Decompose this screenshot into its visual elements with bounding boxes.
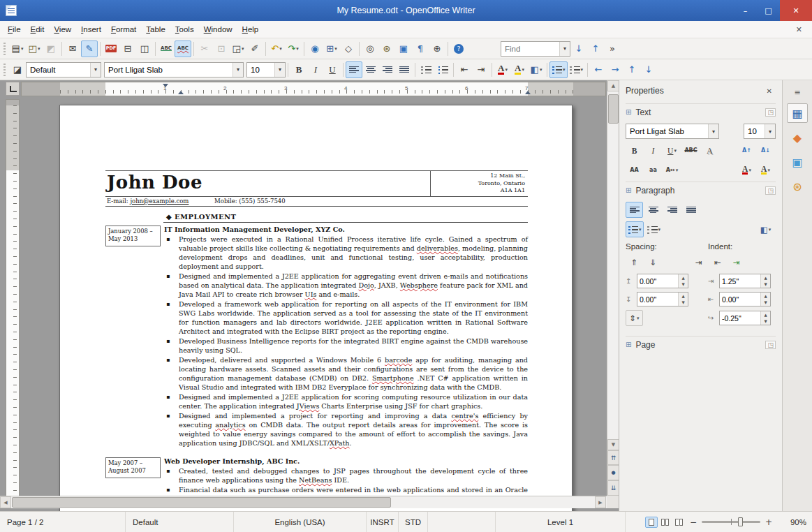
close-document-button[interactable]: ✕ (789, 24, 809, 36)
maximize-button[interactable]: □ (757, 0, 780, 21)
move-down-button[interactable]: ↓ (640, 61, 657, 78)
view-book-button[interactable] (673, 517, 686, 528)
sidebar-close-button[interactable]: ✕ (763, 86, 776, 96)
toolbar-grip[interactable] (3, 43, 6, 55)
sidebar-align-right-button[interactable] (663, 202, 681, 218)
dialog-launcher-icon[interactable]: ◳ (765, 341, 776, 349)
section-expander-icon[interactable]: ⊞ (626, 108, 631, 116)
align-left-button[interactable] (346, 61, 362, 78)
spin-up-icon[interactable]: ▲ (679, 293, 688, 300)
section-expander-icon[interactable]: ⊞ (626, 341, 631, 348)
view-multi-page-button[interactable] (659, 517, 672, 528)
cut-button[interactable]: ✂ (196, 40, 213, 57)
tab-properties[interactable]: ▦ (787, 103, 808, 123)
menu-view[interactable]: View (49, 22, 76, 36)
open-button[interactable]: ◰▾ (26, 40, 43, 57)
navigation-dot-button[interactable]: ● (607, 465, 619, 480)
tab-stop-selector[interactable] (6, 82, 20, 96)
sidebar-highlighting-button[interactable]: A▾ (757, 162, 774, 178)
above-spacing-input[interactable] (637, 274, 678, 288)
italic-button[interactable]: I (307, 61, 324, 78)
left-indent-marker[interactable] (178, 91, 184, 94)
save-button[interactable]: ◩ (43, 40, 59, 57)
align-center-button[interactable] (362, 61, 379, 78)
font-color-button[interactable]: A▾ (494, 61, 511, 78)
lowercase-button[interactable]: aa (644, 162, 662, 178)
first-line-indent-input[interactable] (720, 311, 760, 325)
toolbar-overflow-button[interactable]: » (604, 40, 621, 57)
vertical-ruler[interactable] (6, 99, 20, 507)
email-button[interactable]: ✉ (64, 40, 81, 57)
tab-gallery[interactable]: ▣ (787, 152, 808, 172)
decrease-spacing-button[interactable]: ⇓ (644, 254, 662, 270)
paragraph-style-input[interactable] (27, 63, 90, 77)
spin-up-icon[interactable]: ▲ (761, 311, 770, 318)
horizontal-scrollbar[interactable]: ◀ ▶ (0, 496, 607, 508)
combo-dropdown-icon[interactable]: ▾ (232, 63, 243, 77)
tab-navigator[interactable]: ⊛ (787, 177, 808, 196)
find-replace-button[interactable]: ◎ (362, 40, 378, 57)
sidebar-font-size-input[interactable] (744, 124, 765, 138)
background-color-button[interactable]: ◧▾ (528, 61, 545, 78)
combo-dropdown-icon[interactable]: ▾ (765, 124, 775, 138)
section-expander-icon[interactable]: ⊞ (626, 186, 631, 194)
spin-up-icon[interactable]: ▲ (679, 274, 688, 281)
export-pdf-button[interactable]: PDF (103, 40, 119, 57)
undo-button[interactable]: ↶▾ (268, 40, 285, 57)
indent-before-input[interactable] (720, 274, 760, 288)
scroll-left-button[interactable]: ◀ (0, 496, 11, 508)
find-input[interactable] (501, 42, 559, 56)
spin-down-icon[interactable]: ▼ (679, 300, 688, 306)
paste-button[interactable]: ◲▾ (230, 40, 246, 57)
highlighting-button[interactable]: A▾ (511, 61, 528, 78)
gallery-button[interactable]: ▣ (395, 40, 412, 57)
document-page[interactable]: John Doe 12 Main St., Toronto, Ontario A… (59, 105, 573, 511)
email-link[interactable]: john@example.com (130, 198, 189, 205)
horizontal-ruler[interactable]: 1 2 3 4 5 6 7 (21, 82, 606, 96)
tab-styles[interactable]: ◆ (787, 128, 808, 147)
find-next-button[interactable]: ↓ (570, 40, 587, 57)
menu-tools[interactable]: Tools (170, 22, 199, 36)
increase-indent-button[interactable]: ⇥ (473, 61, 489, 78)
sidebar-numbering-button[interactable]: ▾ (645, 221, 663, 237)
previous-page-button[interactable]: ⇈ (607, 450, 619, 465)
toolbar-grip[interactable] (3, 64, 6, 76)
uppercase-button[interactable]: AA (626, 162, 643, 178)
redo-button[interactable]: ↷▾ (285, 40, 302, 57)
combo-dropdown-icon[interactable]: ▾ (708, 124, 718, 138)
numbering-button[interactable] (418, 61, 434, 78)
bullets-toggle-button[interactable]: ▾ (549, 61, 568, 78)
page-preview-button[interactable]: ◫ (136, 40, 153, 57)
sidebar-align-left-button[interactable] (626, 202, 643, 218)
spelling-button[interactable]: ABC (158, 40, 175, 57)
copy-button[interactable]: ⊡ (213, 40, 230, 57)
edit-file-button[interactable]: ✎ (81, 40, 98, 57)
zoom-slider-thumb[interactable] (738, 517, 743, 526)
menu-help[interactable]: Help (237, 22, 264, 36)
status-modified-indicator[interactable] (428, 512, 496, 532)
navigator-button[interactable]: ⊛ (378, 40, 395, 57)
decrease-indent-button[interactable]: ⇤ (456, 61, 473, 78)
align-justify-button[interactable] (396, 61, 413, 78)
draw-functions-button[interactable]: ◇ (340, 40, 357, 57)
grow-font-button[interactable]: A↑ (738, 142, 755, 158)
move-up-button[interactable]: ↑ (623, 61, 640, 78)
status-selection-mode[interactable]: STD (399, 512, 428, 532)
bold-button[interactable]: B (290, 61, 307, 78)
status-page-style[interactable]: Default (126, 512, 234, 532)
right-indent-marker[interactable] (525, 91, 531, 94)
indent-after-input[interactable] (720, 293, 760, 306)
first-line-indent-marker[interactable] (163, 84, 168, 87)
insert-table-button[interactable]: ⊞▾ (323, 40, 340, 57)
character-spacing-button[interactable]: A↔▾ (663, 162, 681, 178)
zoom-out-button[interactable]: − (686, 517, 700, 527)
help-button[interactable]: ? (450, 40, 467, 57)
menu-file[interactable]: File (3, 22, 26, 36)
formatting-marks-button[interactable]: ¶ (412, 40, 429, 57)
font-size-input[interactable] (247, 63, 274, 77)
find-previous-button[interactable]: ↑ (587, 40, 604, 57)
sidebar-align-center-button[interactable] (644, 202, 662, 218)
sidebar-shadow-button[interactable]: A (701, 142, 718, 158)
sidebar-menu-button[interactable]: ≡ (787, 86, 808, 98)
below-spacing-input[interactable] (637, 293, 678, 306)
